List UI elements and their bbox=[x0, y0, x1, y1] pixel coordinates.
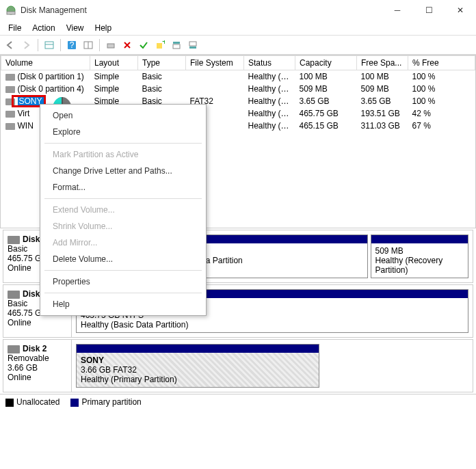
ctx-delete[interactable]: Delete Volume... bbox=[40, 251, 206, 267]
ctx-explore[interactable]: Explore bbox=[40, 124, 206, 140]
maximize-button[interactable]: ☐ bbox=[413, 0, 445, 21]
svg-rect-2 bbox=[45, 42, 53, 49]
menu-file[interactable]: File bbox=[3, 22, 27, 34]
disk-icon bbox=[8, 291, 20, 299]
ctx-mirror: Add Mirror... bbox=[40, 234, 206, 251]
menu-help[interactable]: Help bbox=[90, 22, 118, 34]
legend: Unallocated Primary partition bbox=[0, 394, 476, 410]
context-menu: Open Explore Mark Partition as Active Ch… bbox=[40, 104, 207, 316]
ctx-extend: Extend Volume... bbox=[40, 202, 206, 218]
view-button[interactable] bbox=[42, 38, 57, 53]
svg-rect-12 bbox=[173, 44, 180, 49]
toolbar: ? + bbox=[0, 36, 476, 55]
back-button[interactable] bbox=[3, 38, 18, 53]
ctx-format[interactable]: Format... bbox=[40, 179, 206, 196]
disk-row-2: Disk 2 Removable 3.66 GB Online SONY3.66… bbox=[3, 339, 473, 392]
svg-rect-1 bbox=[7, 12, 15, 14]
list-top-icon[interactable] bbox=[169, 38, 184, 53]
close-button[interactable]: ✕ bbox=[445, 0, 476, 21]
svg-rect-14 bbox=[189, 46, 196, 49]
partition[interactable]: SONY3.66 GB FAT32Healthy (Primary Partit… bbox=[76, 344, 319, 388]
menu-action[interactable]: Action bbox=[27, 22, 60, 34]
table-header[interactable]: VolumeLayoutTypeFile SystemStatusCapacit… bbox=[1, 56, 475, 70]
table-row[interactable]: (Disk 0 partition 4)SimpleBasicHealthy (… bbox=[1, 83, 475, 95]
ctx-properties[interactable]: Properties bbox=[40, 273, 206, 290]
svg-rect-9 bbox=[157, 43, 162, 49]
window-title: Disk Management bbox=[21, 5, 382, 15]
ctx-shrink: Shrink Volume... bbox=[40, 218, 206, 234]
partition[interactable]: 509 MBHealthy (Recovery Partition) bbox=[371, 234, 469, 278]
help-icon[interactable]: ? bbox=[64, 38, 79, 53]
menu-view[interactable]: View bbox=[61, 22, 90, 34]
add-icon[interactable]: + bbox=[153, 38, 168, 53]
minimize-button[interactable]: ─ bbox=[382, 0, 413, 21]
ctx-help[interactable]: Help bbox=[40, 296, 206, 312]
delete-icon[interactable] bbox=[120, 38, 135, 53]
svg-rect-11 bbox=[173, 42, 180, 44]
list-bottom-icon[interactable] bbox=[185, 38, 200, 53]
disk-icon bbox=[8, 236, 20, 244]
app-icon bbox=[5, 5, 16, 16]
svg-rect-13 bbox=[189, 42, 196, 46]
disk-icon bbox=[8, 345, 20, 353]
svg-text:?: ? bbox=[70, 40, 75, 50]
titlebar: Disk Management ─ ☐ ✕ bbox=[0, 0, 476, 21]
ctx-open[interactable]: Open bbox=[40, 107, 206, 124]
svg-text:+: + bbox=[162, 40, 165, 46]
check-icon[interactable] bbox=[136, 38, 151, 53]
forward-button[interactable] bbox=[19, 38, 34, 53]
menubar: File Action View Help bbox=[0, 21, 476, 36]
ctx-mark-active: Mark Partition as Active bbox=[40, 146, 206, 163]
refresh-icon[interactable] bbox=[81, 38, 96, 53]
svg-rect-8 bbox=[107, 44, 114, 48]
table-row[interactable]: (Disk 0 partition 1)SimpleBasicHealthy (… bbox=[1, 70, 475, 83]
ctx-change-letter[interactable]: Change Drive Letter and Paths... bbox=[40, 163, 206, 179]
settings-icon[interactable] bbox=[103, 38, 118, 53]
